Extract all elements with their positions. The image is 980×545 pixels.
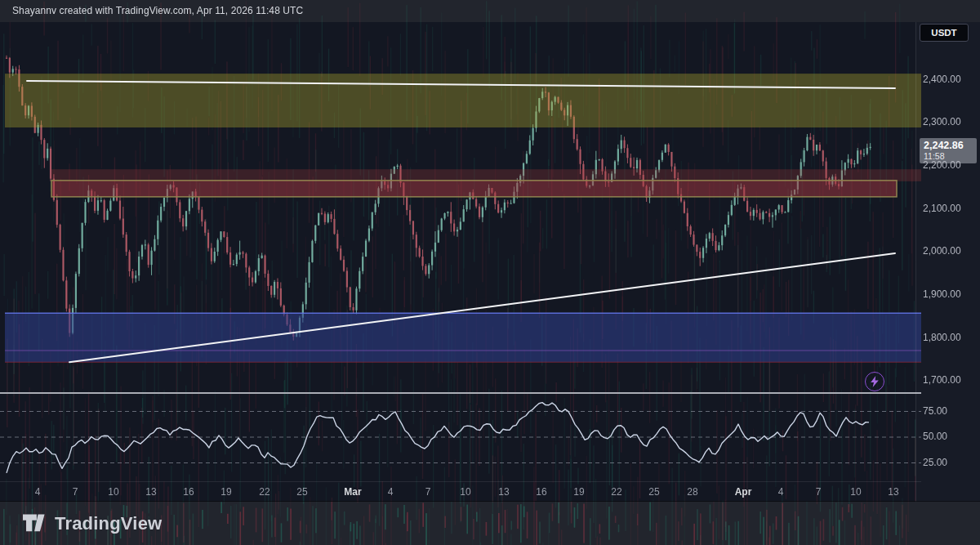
tradingview-logo-text: TradingView	[55, 513, 162, 534]
tradingview-logo[interactable]: TradingView	[23, 513, 162, 534]
time-axis-label: 19	[212, 486, 241, 498]
time-axis-label: Apr	[728, 486, 758, 498]
time-axis-label: 25	[287, 486, 317, 498]
time-axis-label: 22	[250, 486, 279, 498]
time-axis-label: 10	[99, 486, 128, 498]
time-axis-label: 4	[376, 486, 405, 498]
attribution-text: Shayannv created with TradingView.com, A…	[12, 5, 303, 16]
price-axis-label: 1,800.00	[923, 332, 961, 343]
last-price-value: 2,242.86	[924, 140, 973, 151]
rsi-axis-label: 50.00	[923, 431, 947, 442]
rsi-axis-label: 25.00	[923, 457, 947, 468]
lightning-bolt-icon	[870, 376, 880, 387]
currency-toggle-button[interactable]: USDT	[920, 24, 969, 42]
tradingview-logomark-icon	[23, 514, 47, 534]
price-axis-label: 2,200.00	[923, 159, 961, 171]
time-axis-label: 16	[174, 486, 203, 498]
time-axis-label: 4	[766, 486, 795, 498]
time-axis-label: 7	[804, 486, 833, 498]
time-axis-label: 19	[564, 486, 594, 498]
time-axis-label: 13	[489, 486, 519, 498]
time-axis-label: 10	[841, 486, 871, 498]
price-axis-label: 2,400.00	[923, 74, 961, 85]
time-axis-label: 4	[23, 486, 52, 498]
time-axis-label: 28	[678, 486, 707, 498]
time-axis-label: 16	[527, 486, 556, 498]
price-axis-label: 1,700.00	[923, 374, 961, 386]
time-axis-label: 10	[451, 486, 480, 498]
price-axis-label: 2,300.00	[923, 116, 961, 127]
time-axis-label: 13	[879, 486, 908, 498]
tradingview-snapshot: { "header": { "attribution": "Shayannv c…	[0, 0, 980, 545]
time-axis-label: 7	[413, 486, 443, 498]
price-axis-label: 2,100.00	[923, 203, 961, 214]
rsi-axis-label: 75.00	[923, 405, 947, 417]
time-axis-label: 22	[602, 486, 631, 498]
time-axis-label: 25	[639, 486, 669, 498]
price-axis-label: 1,900.00	[923, 288, 961, 300]
boost-lightning-icon[interactable]	[865, 372, 884, 391]
price-axis-label: 2,000.00	[923, 245, 961, 257]
time-axis-label: 7	[60, 486, 90, 498]
chart-canvas[interactable]	[0, 0, 980, 545]
time-axis-label: Mar	[338, 486, 368, 498]
time-axis-label: 13	[136, 486, 166, 498]
